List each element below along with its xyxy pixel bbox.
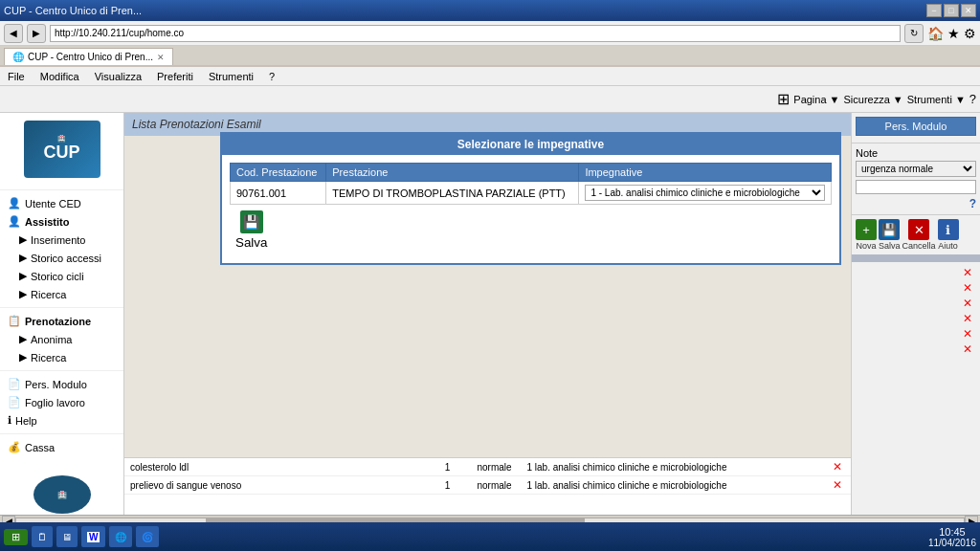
salva-button[interactable]: 💾 Salva [879,219,901,251]
foglio-icon: 📄 [8,396,21,408]
modal-content: Cod. Prestazione Prestazione Impegnative… [222,155,839,263]
rp-note: Note urgenza normale ? [852,143,980,215]
sidebar-item-ricerca1[interactable]: ▶ Ricerca [0,285,123,303]
delete-x-3[interactable]: ✕ [859,297,972,310]
sidebar-item-cassa[interactable]: 💰 Cassa [0,438,123,456]
item-urgency-2: normale [466,480,523,491]
star-icon[interactable]: ★ [947,26,960,41]
taskbar-app-5[interactable]: 🌀 [136,526,159,547]
sidebar-item-assistito[interactable]: 👤 Assistito [0,212,123,231]
cell-prestazione: TEMPO DI TROMBOPLASTINA PARZIALE (PTT) [326,182,579,205]
menu-preferiti[interactable]: Preferiti [153,71,197,82]
nova-button[interactable]: + Nova [856,219,877,251]
inserimento-arrow: ▶ [19,233,27,246]
help-control[interactable]: ? [969,92,976,106]
save-button[interactable]: 💾 Salva [235,210,267,250]
aiuto-button[interactable]: ℹ Aiuto [938,219,959,251]
list-item: prelievo di sangue venoso 1 normale 1 la… [124,476,851,495]
item-qty-1: 1 [434,462,462,473]
browser-tab[interactable]: 🌐 CUP - Centro Unico di Pren... ✕ [4,48,173,65]
home-icon[interactable]: 🏠 [927,26,944,41]
aiuto-label: Aiuto [938,241,958,251]
clock-date: 11/04/2016 [928,538,976,548]
delete-btn-1[interactable]: ✕ [830,460,845,474]
delete-x-1[interactable]: ✕ [859,266,972,279]
delete-x-2[interactable]: ✕ [859,281,972,295]
taskbar-app-4[interactable]: 🌐 [109,526,132,547]
settings-icon[interactable]: ⚙ [964,26,976,41]
menu-strumenti[interactable]: Strumenti [205,71,257,82]
cell-cod: 90761.001 [231,182,326,205]
menu-visualizza[interactable]: Visualizza [91,71,145,82]
rp-action-row: + Nova 💾 Salva ✕ Cancella ℹ Aiuto [852,215,980,254]
menu-help[interactable]: ? [265,71,278,82]
cancella-icon: ✕ [908,219,929,240]
delete-x-4[interactable]: ✕ [859,312,972,325]
tab-close-btn[interactable]: ✕ [157,53,165,62]
help-icon: ℹ [8,414,11,427]
impegnativa-select[interactable]: 1 - Lab. analisi chimico cliniche e micr… [585,185,825,201]
note-input[interactable] [856,180,976,194]
minimize-btn[interactable]: − [926,4,942,17]
address-input[interactable] [50,25,901,42]
modal-dialog: Selezionare le impegnative Cod. Prestazi… [220,132,841,265]
sidebar-item-ricerca2[interactable]: ▶ Ricerca [0,348,123,366]
help-question-btn[interactable]: ? [856,197,976,210]
col-prestazione: Prestazione [326,164,579,182]
sidebar-item-pers-modulo[interactable]: 📄 Pers. Modulo [0,375,123,393]
rp-delete-list: ✕ ✕ ✕ ✕ ✕ ✕ [852,262,980,360]
nova-label: Nova [856,241,876,251]
app3-icon: W [87,532,100,542]
storico-cicli-arrow: ▶ [19,270,27,282]
cup-logo-text: CUP [43,143,79,164]
close-btn[interactable]: ✕ [961,4,976,17]
menu-file[interactable]: File [4,71,29,82]
forward-btn[interactable]: ▶ [27,24,46,43]
sidebar-item-storico-cicli[interactable]: ▶ Storico cicli [0,267,123,285]
taskbar-app-1[interactable]: 🗒 [32,526,53,547]
item-desc-1: 1 lab. analisi chimico cliniche e microb… [527,462,827,473]
start-button[interactable]: ⊞ [4,529,28,545]
modal-title: Selezionare le impegnative [222,134,839,155]
toolbar: ⊞ Pagina ▼ Sicurezza ▼ Strumenti ▼ ? [0,86,980,113]
sidebar-item-anonima[interactable]: ▶ Anonima [0,330,123,348]
delete-x-5[interactable]: ✕ [859,327,972,341]
window-controls[interactable]: − □ ✕ [926,4,976,17]
sidebar-item-help[interactable]: ℹ Help [0,411,123,430]
delete-x-6[interactable]: ✕ [859,342,972,356]
table-row: 90761.001 TEMPO DI TROMBOPLASTINA PARZIA… [231,182,832,205]
back-btn[interactable]: ◀ [4,24,23,43]
sidebar-item-inserimento[interactable]: ▶ Inserimento [0,231,123,249]
urgency-select[interactable]: urgenza normale [856,161,976,177]
sidebar-item-storico-accessi[interactable]: ▶ Storico accessi [0,249,123,267]
refresh-btn[interactable]: ↻ [904,24,924,43]
item-name-1: colesterolo ldl [130,462,430,473]
rp-pers-modulo: Pers. Modulo [852,113,980,143]
clock-time: 10:45 [928,526,976,538]
page-control[interactable]: Pagina ▼ [793,94,839,105]
cassa-icon: 💰 [8,441,21,453]
sidebar-item-prenotazione[interactable]: 📋 Prenotazione [0,312,123,330]
taskbar-app-3[interactable]: W [81,526,105,547]
item-urgency-1: normale [466,462,523,473]
prenotazione-icon: 📋 [8,315,21,327]
browser-icons: 🏠 ★ ⚙ [927,26,976,41]
tab-favicon: 🌐 [12,52,24,62]
sidebar: 🏥 CUP 👤 Utente CED 👤 Assistito ▶ Inserim… [0,113,124,515]
security-control[interactable]: Sicurezza ▼ [844,94,903,105]
app2-icon: 🖥 [62,532,72,542]
maximize-btn[interactable]: □ [944,4,959,17]
item-name-2: prelievo di sangue venoso [130,480,430,491]
strumenti-control[interactable]: Strumenti ▼ [907,94,966,105]
sidebar-bottom-logo: 🏥 [33,475,91,514]
cancella-label: Cancella [902,241,936,251]
note-label: Note [856,147,976,159]
delete-btn-2[interactable]: ✕ [830,478,845,492]
cancella-button[interactable]: ✕ Cancella [902,219,936,251]
taskbar-app-2[interactable]: 🖥 [56,526,78,547]
menu-modifica[interactable]: Modifica [36,71,83,82]
sidebar-item-foglio-lavoro[interactable]: 📄 Foglio lavoro [0,393,123,411]
pers-modulo-button[interactable]: Pers. Modulo [856,117,976,136]
pers-modulo-icon: 📄 [8,378,21,390]
title-bar: CUP - Centro Unico di Pren... − □ ✕ [0,0,980,21]
